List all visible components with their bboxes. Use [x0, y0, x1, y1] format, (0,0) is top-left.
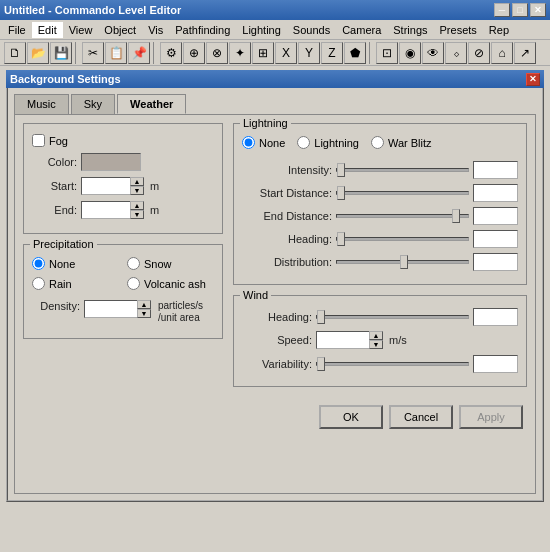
wind-variability-track[interactable] [316, 362, 469, 366]
cancel-button[interactable]: Cancel [389, 405, 453, 429]
menu-view[interactable]: View [63, 22, 99, 38]
end-dist-track[interactable] [336, 214, 469, 218]
start-dist-track[interactable] [336, 191, 469, 195]
start-dist-row: Start Distance: 0.00 [242, 184, 518, 202]
wind-speed-up[interactable]: ▲ [369, 331, 383, 340]
wind-speed-spinbox: 0.000 ▲ ▼ [316, 331, 383, 349]
minimize-button[interactable]: ─ [494, 3, 510, 17]
tb-new[interactable]: 🗋 [4, 42, 26, 64]
tb-btn11[interactable]: Y [298, 42, 320, 64]
tb-btn12[interactable]: Z [321, 42, 343, 64]
tab-music[interactable]: Music [14, 94, 69, 114]
dialog-close-button[interactable]: ✕ [526, 73, 540, 86]
tb-btn10[interactable]: X [275, 42, 297, 64]
distribution-track[interactable] [336, 260, 469, 264]
start-spinbox: 200 ▲ ▼ [81, 177, 144, 195]
precip-volcanic-radio[interactable] [127, 277, 140, 290]
lightning-warblitz-radio[interactable] [371, 136, 384, 149]
precip-rain-radio[interactable] [32, 277, 45, 290]
wind-variability-value[interactable]: 0.00 [473, 355, 518, 373]
menu-presets[interactable]: Presets [434, 22, 483, 38]
start-input[interactable]: 200 [81, 177, 131, 195]
menu-camera[interactable]: Camera [336, 22, 387, 38]
precip-volcanic-label: Volcanic ash [144, 278, 206, 290]
wind-heading-track[interactable] [316, 315, 469, 319]
start-down[interactable]: ▼ [130, 186, 144, 195]
maximize-button[interactable]: □ [512, 3, 528, 17]
menu-vis[interactable]: Vis [142, 22, 169, 38]
distribution-thumb[interactable] [400, 255, 408, 269]
tb-copy[interactable]: 📋 [105, 42, 127, 64]
tb-btn5[interactable]: ⚙ [160, 42, 182, 64]
density-up[interactable]: ▲ [137, 300, 151, 309]
menu-file[interactable]: File [2, 22, 32, 38]
lightning-radio[interactable] [297, 136, 310, 149]
start-dist-thumb[interactable] [337, 186, 345, 200]
menu-lighting[interactable]: Lighting [236, 22, 287, 38]
tb-save[interactable]: 💾 [50, 42, 72, 64]
tb-btn9[interactable]: ⊞ [252, 42, 274, 64]
lightning-heading-thumb[interactable] [337, 232, 345, 246]
lightning-none-label: None [259, 137, 285, 149]
tb-btn6[interactable]: ⊕ [183, 42, 205, 64]
wind-variability-thumb[interactable] [317, 357, 325, 371]
tb-btn17[interactable]: ⬦ [445, 42, 467, 64]
tb-btn15[interactable]: ◉ [399, 42, 421, 64]
tb-btn19[interactable]: ⌂ [491, 42, 513, 64]
lightning-heading-value[interactable]: 0.00 [473, 230, 518, 248]
menu-strings[interactable]: Strings [387, 22, 433, 38]
ok-button[interactable]: OK [319, 405, 383, 429]
tb-paste[interactable]: 📌 [128, 42, 150, 64]
wind-speed-spinbtns: ▲ ▼ [369, 331, 383, 349]
end-down[interactable]: ▼ [130, 210, 144, 219]
wind-heading-thumb[interactable] [317, 310, 325, 324]
tb-btn14[interactable]: ⊡ [376, 42, 398, 64]
lightning-none-radio[interactable] [242, 136, 255, 149]
precip-none-radio[interactable] [32, 257, 45, 270]
distribution-value[interactable]: 0.50 [473, 253, 518, 271]
intensity-track[interactable] [336, 168, 469, 172]
tb-btn8[interactable]: ✦ [229, 42, 251, 64]
tab-sky[interactable]: Sky [71, 94, 115, 114]
end-dist-value[interactable]: 1.00 [473, 207, 518, 225]
start-up[interactable]: ▲ [130, 177, 144, 186]
tab-weather[interactable]: Weather [117, 94, 186, 114]
intensity-value[interactable]: 0.00 [473, 161, 518, 179]
lightning-heading-track[interactable] [336, 237, 469, 241]
menu-pathfinding[interactable]: Pathfinding [169, 22, 236, 38]
tb-btn20[interactable]: ↗ [514, 42, 536, 64]
end-dist-thumb[interactable] [452, 209, 460, 223]
menu-edit[interactable]: Edit [32, 22, 63, 38]
end-label: End: [32, 204, 77, 216]
tb-btn7[interactable]: ⊗ [206, 42, 228, 64]
wind-heading-value[interactable]: 0.00 [473, 308, 518, 326]
menu-sounds[interactable]: Sounds [287, 22, 336, 38]
wind-speed-input[interactable]: 0.000 [316, 331, 370, 349]
dialog-titlebar: Background Settings ✕ [6, 70, 544, 88]
intensity-thumb[interactable] [337, 163, 345, 177]
fog-row: Fog [32, 134, 214, 147]
start-dist-value[interactable]: 0.00 [473, 184, 518, 202]
menu-object[interactable]: Object [98, 22, 142, 38]
tb-btn13[interactable]: ⬟ [344, 42, 366, 64]
tb-cut[interactable]: ✂ [82, 42, 104, 64]
density-down[interactable]: ▼ [137, 309, 151, 318]
tb-btn18[interactable]: ⊘ [468, 42, 490, 64]
tb-open[interactable]: 📂 [27, 42, 49, 64]
tb-eye[interactable]: 👁 [422, 42, 444, 64]
fog-checkbox[interactable] [32, 134, 45, 147]
close-button[interactable]: ✕ [530, 3, 546, 17]
precip-snow-radio[interactable] [127, 257, 140, 270]
wind-variability-label: Variability: [242, 358, 312, 370]
density-label: Density: [32, 300, 80, 312]
color-swatch[interactable] [81, 153, 141, 171]
menu-rep[interactable]: Rep [483, 22, 515, 38]
window-controls: ─ □ ✕ [494, 3, 546, 17]
end-input[interactable]: 300 [81, 201, 131, 219]
end-spinbox: 300 ▲ ▼ [81, 201, 144, 219]
end-up[interactable]: ▲ [130, 201, 144, 210]
distribution-label: Distribution: [242, 256, 332, 268]
wind-speed-down[interactable]: ▼ [369, 340, 383, 349]
apply-button[interactable]: Apply [459, 405, 523, 429]
density-input[interactable]: 0.000 [84, 300, 138, 318]
